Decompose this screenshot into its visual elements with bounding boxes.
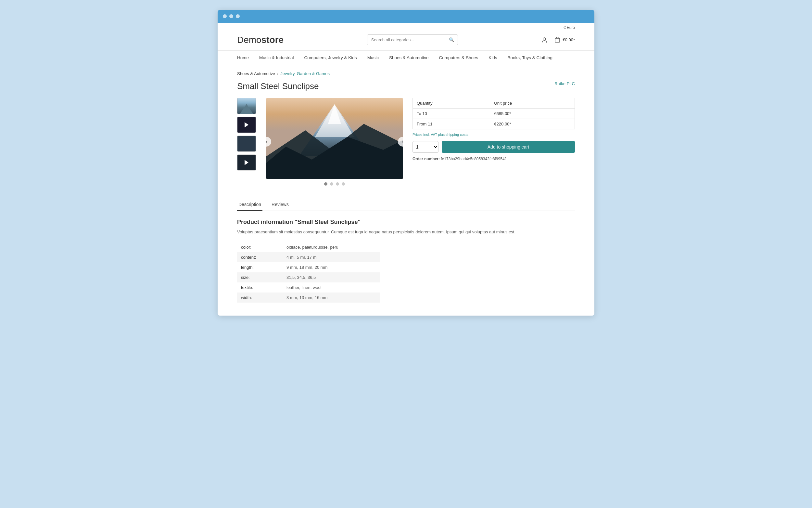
nav-home[interactable]: Home <box>237 51 254 65</box>
thumbnails <box>237 98 256 185</box>
main-image-container: ‹ › <box>266 98 403 185</box>
search-button[interactable]: 🔍 <box>446 35 458 45</box>
product-layout: ‹ › Quantity Unit price <box>237 98 575 185</box>
thumbnail-3[interactable] <box>237 135 256 152</box>
search-input[interactable] <box>367 35 446 45</box>
spec-key-4: size: <box>237 272 283 283</box>
svg-point-0 <box>543 38 546 40</box>
thumbnail-4[interactable] <box>237 155 256 171</box>
product-info-section: Product information "Small Steel Sunclip… <box>237 219 575 303</box>
browser-dot-green <box>236 14 240 18</box>
currency-selector[interactable]: € Euro <box>564 25 575 30</box>
product-description: Voluptas praesentium sit molestias conse… <box>237 229 575 236</box>
product-info-title: Product information "Small Steel Sunclip… <box>237 219 575 225</box>
spec-value-3: 9 mm, 18 mm, 20 mm <box>283 262 380 272</box>
price-row-1: To 10 €685.00* <box>413 109 575 119</box>
breadcrumb: Shoes & Automotive › Jewelry, Garden & G… <box>237 71 575 76</box>
spec-row-4: size:31,5, 34,5, 36,5 <box>237 272 380 283</box>
nav-music-industrial[interactable]: Music & Industrial <box>254 51 299 65</box>
main-product-image <box>266 98 403 179</box>
cart-button[interactable]: €0.00* <box>554 37 575 43</box>
tab-reviews[interactable]: Reviews <box>270 199 290 211</box>
user-icon <box>541 37 547 43</box>
product-title: Small Steel Sunclipse <box>237 81 319 91</box>
cart-icon <box>554 37 561 43</box>
thumbnail-2[interactable] <box>237 117 256 133</box>
price-qty-2: From 11 <box>413 119 490 129</box>
vat-note[interactable]: Prices incl. VAT plus shipping costs <box>413 133 575 136</box>
nav-shoes-automotive[interactable]: Shoes & Automotive <box>384 51 434 65</box>
main-nav: Home Music & Industrial Computers, Jewel… <box>218 50 594 65</box>
order-number: Order number: fe173ba29bad4e5c8058342fe8… <box>413 157 575 161</box>
price-qty-1: To 10 <box>413 109 490 119</box>
spec-key-2: content: <box>237 252 283 262</box>
carousel-next-button[interactable]: › <box>398 137 408 146</box>
price-row-2: From 11 €220.00* <box>413 119 575 129</box>
quantity-select[interactable]: 1 2 3 <box>413 141 438 153</box>
breadcrumb-current[interactable]: Jewelry, Garden & Games <box>280 71 329 76</box>
nav-kids[interactable]: Kids <box>483 51 502 65</box>
carousel-dot-1[interactable] <box>324 182 327 185</box>
spec-row-5: textile:leather, linen, wool <box>237 283 380 293</box>
add-to-cart-button[interactable]: Add to shopping cart <box>442 141 575 153</box>
tabs-row: Description Reviews <box>237 199 575 211</box>
browser-dot-yellow <box>229 14 233 18</box>
breadcrumb-separator: › <box>277 71 278 76</box>
spec-key-5: textile: <box>237 283 283 293</box>
product-title-row: Small Steel Sunclipse Ratke PLC <box>237 81 575 91</box>
browser-titlebar <box>218 10 594 23</box>
svg-rect-1 <box>555 38 560 42</box>
spec-key-6: width: <box>237 293 283 303</box>
header-main: Demostore 🔍 <box>237 31 575 50</box>
tab-description[interactable]: Description <box>237 199 262 211</box>
add-to-cart-row: 1 2 3 Add to shopping cart <box>413 141 575 153</box>
price-table: Quantity Unit price To 10 €685.00* From … <box>413 98 575 129</box>
price-val-1: €685.00* <box>490 109 575 119</box>
price-val-2: €220.00* <box>490 119 575 129</box>
carousel-dot-4[interactable] <box>342 182 345 185</box>
brand-link[interactable]: Ratke PLC <box>555 81 575 86</box>
user-account-button[interactable] <box>541 37 547 43</box>
thumbnail-1[interactable] <box>237 98 256 114</box>
order-number-label: Order number: <box>413 157 440 161</box>
specs-table: color:oldlace, paleturquoise, peruconten… <box>237 242 380 303</box>
search-icon: 🔍 <box>449 37 455 42</box>
spec-value-1: oldlace, paleturquoise, peru <box>283 242 380 252</box>
page-content: Shoes & Automotive › Jewelry, Garden & G… <box>218 65 594 315</box>
spec-row-6: width:3 mm, 13 mm, 16 mm <box>237 293 380 303</box>
spec-value-6: 3 mm, 13 mm, 16 mm <box>283 293 380 303</box>
store-header: € Euro Demostore 🔍 <box>218 23 594 50</box>
breadcrumb-parent[interactable]: Shoes & Automotive <box>237 71 275 76</box>
play-icon <box>245 122 248 127</box>
carousel-prev-button[interactable]: ‹ <box>261 137 271 146</box>
carousel-dot-3[interactable] <box>336 182 339 185</box>
logo[interactable]: Demostore <box>237 35 284 45</box>
search-bar: 🔍 <box>367 35 458 45</box>
logo-plain: Demo <box>237 35 261 45</box>
spec-row-1: color:oldlace, paleturquoise, peru <box>237 242 380 252</box>
nav-books-toys-clothing[interactable]: Books, Toys & Clothing <box>503 51 558 65</box>
header-actions: €0.00* <box>541 37 575 43</box>
cart-amount: €0.00* <box>563 37 575 42</box>
spec-value-2: 4 ml, 5 ml, 17 ml <box>283 252 380 262</box>
order-number-value: fe173ba29bad4e5c8058342fe8f9954f <box>441 157 506 161</box>
spec-key-3: length: <box>237 262 283 272</box>
product-info-panel: Quantity Unit price To 10 €685.00* From … <box>413 98 575 185</box>
top-bar: € Euro <box>237 23 575 31</box>
carousel-dots <box>266 182 403 185</box>
logo-bold: store <box>261 35 284 45</box>
browser-dot-red <box>223 14 227 18</box>
price-table-header-price: Unit price <box>490 98 575 109</box>
carousel-dot-2[interactable] <box>330 182 333 185</box>
spec-row-2: content:4 ml, 5 ml, 17 ml <box>237 252 380 262</box>
nav-music[interactable]: Music <box>362 51 384 65</box>
price-table-header-quantity: Quantity <box>413 98 490 109</box>
nav-computers-shoes[interactable]: Computers & Shoes <box>434 51 483 65</box>
spec-value-5: leather, linen, wool <box>283 283 380 293</box>
browser-window: € Euro Demostore 🔍 <box>218 10 594 315</box>
nav-computers-jewelry-kids[interactable]: Computers, Jewelry & Kids <box>299 51 362 65</box>
spec-value-4: 31,5, 34,5, 36,5 <box>283 272 380 283</box>
play-icon-2 <box>245 160 248 165</box>
spec-row-3: length:9 mm, 18 mm, 20 mm <box>237 262 380 272</box>
spec-key-1: color: <box>237 242 283 252</box>
